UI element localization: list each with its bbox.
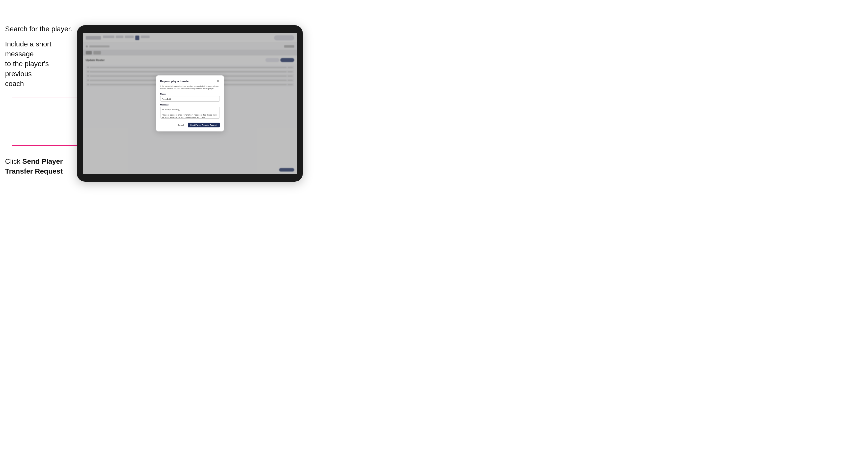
annotation-search: Search for the player. [5,24,72,34]
message-textarea[interactable]: Hi Coach McHarg, Please accept this tran… [160,107,220,119]
send-transfer-request-button[interactable]: Send Player Transfer Request [188,123,219,127]
annotation-message: Include a short messageto the player's p… [5,39,73,89]
modal-header: Request player transfer ✕ [160,80,220,83]
modal-title: Request player transfer [160,80,190,83]
modal-description: If the player is transferring from anoth… [160,85,220,90]
request-transfer-modal: Request player transfer ✕ If the player … [156,75,224,132]
cancel-button[interactable]: Cancel [175,123,186,127]
player-label: Player [160,93,220,95]
player-input[interactable] [160,96,220,102]
message-label: Message [160,104,220,106]
annotation-click-prefix: Click [5,157,22,165]
modal-overlay: Request player transfer ✕ If the player … [83,33,297,174]
tablet-screen: Update Roster [83,33,297,174]
annotation-click: Click Send Player Transfer Request [5,156,68,176]
arrow-line-2-vertical-start [12,145,12,149]
arrow-line-1-vertical [12,97,12,148]
close-button[interactable]: ✕ [216,80,220,83]
tablet-device: Update Roster [77,25,303,182]
modal-footer: Cancel Send Player Transfer Request [160,123,220,127]
